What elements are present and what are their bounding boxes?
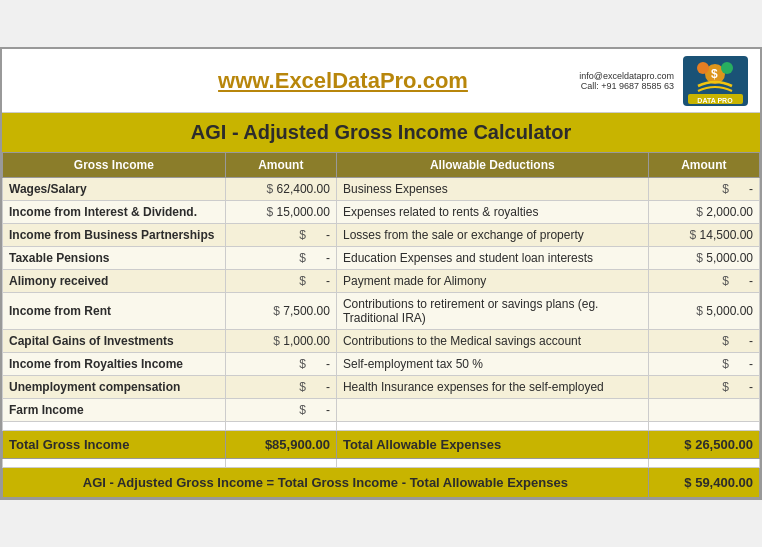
table-row: Income from Interest & Dividend.$ 15,000… xyxy=(3,201,760,224)
gross-amount: $ - xyxy=(225,376,336,399)
deduction-label: Losses from the sale or exchange of prop… xyxy=(336,224,648,247)
header: www.ExcelDataPro.com info@exceldatapro.c… xyxy=(2,49,760,113)
gross-amount: $ - xyxy=(225,224,336,247)
deduction-amount: $ 5,000.00 xyxy=(648,247,759,270)
col-header-gross: Gross Income xyxy=(3,153,226,178)
table-row: Income from Business Partnerships$ -Loss… xyxy=(3,224,760,247)
table-row: Unemployment compensation$ -Health Insur… xyxy=(3,376,760,399)
logo: $ DATA PRO xyxy=(680,53,750,108)
agi-label: AGI - Adjusted Gross Income = Total Gros… xyxy=(3,468,649,498)
gross-income-label: Income from Business Partnerships xyxy=(3,224,226,247)
deduction-amount: $ - xyxy=(648,330,759,353)
spacer-row xyxy=(3,422,760,431)
deduction-amount: $ 5,000.00 xyxy=(648,293,759,330)
svg-text:$: $ xyxy=(711,67,718,81)
main-container: www.ExcelDataPro.com info@exceldatapro.c… xyxy=(0,47,762,500)
gross-amount: $ - xyxy=(225,353,336,376)
table-row: Taxable Pensions$ -Education Expenses an… xyxy=(3,247,760,270)
table-row: Income from Royalties Income$ -Self-empl… xyxy=(3,353,760,376)
deduction-amount xyxy=(648,399,759,422)
deduction-amount: $ - xyxy=(648,270,759,293)
gross-income-label: Alimony received xyxy=(3,270,226,293)
total-gross-amount: $85,900.00 xyxy=(225,431,336,459)
deduction-amount: $ - xyxy=(648,178,759,201)
svg-text:DATA PRO: DATA PRO xyxy=(697,97,733,104)
deduction-label: Contributions to the Medical savings acc… xyxy=(336,330,648,353)
table-row: Alimony received$ -Payment made for Alim… xyxy=(3,270,760,293)
gross-income-label: Wages/Salary xyxy=(3,178,226,201)
agi-amount: $ 59,400.00 xyxy=(648,468,759,498)
gross-income-label: Income from Rent xyxy=(3,293,226,330)
total-deduction-label: Total Allowable Expenses xyxy=(336,431,648,459)
gross-amount: $ - xyxy=(225,270,336,293)
gross-income-label: Taxable Pensions xyxy=(3,247,226,270)
total-deduction-amount: $ 26,500.00 xyxy=(648,431,759,459)
gross-amount: $ 1,000.00 xyxy=(225,330,336,353)
agi-table: Gross Income Amount Allowable Deductions… xyxy=(2,152,760,498)
gross-amount: $ 62,400.00 xyxy=(225,178,336,201)
table-row: Capital Gains of Investments$ 1,000.00Co… xyxy=(3,330,760,353)
deduction-label: Contributions to retirement or savings p… xyxy=(336,293,648,330)
total-row: Total Gross Income$85,900.00Total Allowa… xyxy=(3,431,760,459)
gross-income-label: Income from Interest & Dividend. xyxy=(3,201,226,224)
deduction-amount: $ 14,500.00 xyxy=(648,224,759,247)
col-header-deductions: Allowable Deductions xyxy=(336,153,648,178)
deduction-label: Expenses related to rents & royalties xyxy=(336,201,648,224)
table-row: Farm Income$ - xyxy=(3,399,760,422)
deduction-label xyxy=(336,399,648,422)
table-row: Wages/Salary$ 62,400.00Business Expenses… xyxy=(3,178,760,201)
gross-amount: $ 7,500.00 xyxy=(225,293,336,330)
deduction-label: Business Expenses xyxy=(336,178,648,201)
deduction-amount: $ - xyxy=(648,353,759,376)
main-title: AGI - Adjusted Gross Income Calculator xyxy=(191,121,571,143)
total-gross-label: Total Gross Income xyxy=(3,431,226,459)
col-header-amount1: Amount xyxy=(225,153,336,178)
contact-info: info@exceldatapro.com Call: +91 9687 858… xyxy=(544,71,674,91)
deduction-amount: $ - xyxy=(648,376,759,399)
gross-income-label: Farm Income xyxy=(3,399,226,422)
deduction-label: Self-employment tax 50 % xyxy=(336,353,648,376)
deduction-label: Health Insurance expenses for the self-e… xyxy=(336,376,648,399)
deduction-label: Education Expenses and student loan inte… xyxy=(336,247,648,270)
gross-amount: $ 15,000.00 xyxy=(225,201,336,224)
website-title: www.ExcelDataPro.com xyxy=(142,68,544,94)
gross-income-label: Income from Royalties Income xyxy=(3,353,226,376)
spacer-row-2 xyxy=(3,459,760,468)
gross-amount: $ - xyxy=(225,247,336,270)
table-row: Income from Rent$ 7,500.00Contributions … xyxy=(3,293,760,330)
gross-amount: $ - xyxy=(225,399,336,422)
col-header-amount2: Amount xyxy=(648,153,759,178)
svg-point-2 xyxy=(697,62,709,74)
main-title-row: AGI - Adjusted Gross Income Calculator xyxy=(2,113,760,152)
agi-row: AGI - Adjusted Gross Income = Total Gros… xyxy=(3,468,760,498)
deduction-label: Payment made for Alimony xyxy=(336,270,648,293)
gross-income-label: Unemployment compensation xyxy=(3,376,226,399)
gross-income-label: Capital Gains of Investments xyxy=(3,330,226,353)
svg-point-3 xyxy=(721,62,733,74)
deduction-amount: $ 2,000.00 xyxy=(648,201,759,224)
